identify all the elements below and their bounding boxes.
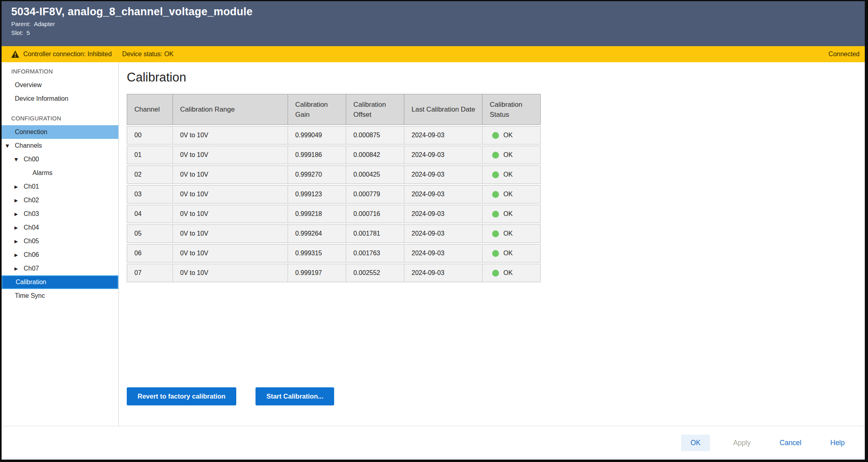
cancel-button[interactable]: Cancel xyxy=(774,435,807,451)
status-text: OK xyxy=(503,132,513,139)
cell-date: 2024-09-03 xyxy=(404,146,483,164)
header-cell-calibration-range: Calibration Range xyxy=(173,94,288,124)
status-ok-icon xyxy=(492,152,499,159)
chevron-expanded-icon[interactable]: ▼ xyxy=(6,143,15,149)
sidebar-item-ch07[interactable]: ▶Ch07 xyxy=(2,262,118,275)
chevron-expanded-icon[interactable]: ▼ xyxy=(14,157,24,162)
cell-gain: 0.999186 xyxy=(288,146,346,164)
table-header-row: ChannelCalibration RangeCalibration Gain… xyxy=(127,94,541,125)
sidebar-item-ch06[interactable]: ▶Ch06 xyxy=(2,248,118,262)
status-text: OK xyxy=(503,171,513,178)
cell-date: 2024-09-03 xyxy=(404,264,483,282)
status-ok-icon xyxy=(492,191,499,198)
status-text: OK xyxy=(503,269,513,277)
cell-range: 0V to 10V xyxy=(173,264,288,282)
slot-value: 5 xyxy=(26,29,30,36)
parent-label: Parent: xyxy=(11,20,30,27)
cell-range: 0V to 10V xyxy=(173,205,288,223)
cell-channel: 03 xyxy=(127,185,173,203)
sidebar-section-label: CONFIGURATION xyxy=(11,115,61,122)
cell-range: 0V to 10V xyxy=(173,225,288,242)
cell-offset: 0.000716 xyxy=(346,205,404,223)
main-content: Calibration ChannelCalibration RangeCali… xyxy=(119,62,865,426)
cell-date: 2024-09-03 xyxy=(404,126,483,144)
chevron-collapsed-icon[interactable]: ▶ xyxy=(14,239,24,244)
header-cell-calibration-offset: Calibration Offset xyxy=(346,94,404,124)
sidebar-item-calibration[interactable]: Calibration xyxy=(2,275,118,289)
cell-status: OK xyxy=(483,146,539,164)
cell-status: OK xyxy=(483,185,539,203)
table-row-channel-02: 020V to 10V0.9992700.0004252024-09-03OK xyxy=(127,165,541,184)
cell-date: 2024-09-03 xyxy=(404,185,483,203)
cell-gain: 0.999218 xyxy=(288,205,346,223)
status-ok-icon xyxy=(492,270,499,277)
start-calibration-button[interactable]: Start Calibration... xyxy=(256,387,334,405)
cell-date: 2024-09-03 xyxy=(404,225,483,242)
chevron-collapsed-icon[interactable]: ▶ xyxy=(14,184,24,189)
status-text: OK xyxy=(503,191,513,198)
sidebar-section-information: INFORMATION xyxy=(2,65,118,78)
cell-status: OK xyxy=(483,264,539,282)
sidebar-item-label: Ch02 xyxy=(24,197,39,204)
cell-range: 0V to 10V xyxy=(173,126,288,144)
chevron-collapsed-icon[interactable]: ▶ xyxy=(14,252,24,258)
table-row-channel-03: 030V to 10V0.9991230.0007792024-09-03OK xyxy=(127,185,541,204)
sidebar-item-overview[interactable]: Overview xyxy=(2,78,118,92)
sidebar-item-channels[interactable]: ▼Channels xyxy=(2,139,118,153)
status-text: OK xyxy=(503,230,513,237)
sidebar-item-label: Ch00 xyxy=(24,156,39,163)
cell-channel: 05 xyxy=(127,225,173,242)
sidebar-item-time-sync[interactable]: Time Sync xyxy=(2,289,118,303)
sidebar-item-alarms[interactable]: Alarms xyxy=(2,166,118,180)
sidebar-item-device-information[interactable]: Device Information xyxy=(2,92,118,106)
sidebar-item-ch02[interactable]: ▶Ch02 xyxy=(2,193,118,207)
sidebar-item-ch00[interactable]: ▼Ch00 xyxy=(2,153,118,166)
status-ok-icon xyxy=(492,250,499,257)
chevron-collapsed-icon[interactable]: ▶ xyxy=(14,266,24,271)
sidebar-item-label: Alarms xyxy=(32,169,53,177)
header-cell-calibration-status: Calibration Status xyxy=(483,94,539,124)
cell-channel: 00 xyxy=(127,126,173,144)
cell-offset: 0.000842 xyxy=(346,146,404,164)
dialog-button-bar: OK Apply Cancel Help xyxy=(2,426,865,460)
sidebar-item-ch01[interactable]: ▶Ch01 xyxy=(2,180,118,193)
sidebar-item-label: Calibration xyxy=(16,279,46,286)
sidebar-item-label: Connection xyxy=(15,128,47,136)
status-ok-icon xyxy=(492,171,499,178)
chevron-collapsed-icon[interactable]: ▶ xyxy=(14,225,24,230)
help-button[interactable]: Help xyxy=(825,435,850,451)
cell-offset: 0.001781 xyxy=(346,225,404,242)
cell-offset: 0.000779 xyxy=(346,185,404,203)
table-body: 000V to 10V0.9990490.0008752024-09-03OK0… xyxy=(127,126,541,282)
sidebar-item-label: Ch05 xyxy=(24,238,39,245)
apply-button[interactable]: Apply xyxy=(728,435,756,451)
status-text: OK xyxy=(503,210,513,218)
cell-gain: 0.999315 xyxy=(288,244,346,262)
cell-status: OK xyxy=(483,244,539,262)
ok-button[interactable]: OK xyxy=(681,435,710,451)
sidebar-item-label: Ch06 xyxy=(24,251,39,258)
cell-gain: 0.999270 xyxy=(288,166,346,183)
cell-range: 0V to 10V xyxy=(173,166,288,183)
sidebar-item-connection[interactable]: Connection xyxy=(2,125,118,139)
sidebar-item-label: Ch04 xyxy=(24,224,39,231)
sidebar-item-label: Ch07 xyxy=(24,265,39,272)
sidebar-item-ch04[interactable]: ▶Ch04 xyxy=(2,221,118,234)
sidebar-item-label: Ch01 xyxy=(24,183,39,190)
sidebar-item-ch05[interactable]: ▶Ch05 xyxy=(2,234,118,248)
chevron-collapsed-icon[interactable]: ▶ xyxy=(14,198,24,203)
sidebar-item-ch03[interactable]: ▶Ch03 xyxy=(2,207,118,221)
cell-channel: 07 xyxy=(127,264,173,282)
module-header: 5034-IF8V, analog_8_channel_voltage_modu… xyxy=(2,1,865,46)
cell-gain: 0.999049 xyxy=(288,126,346,144)
sidebar-item-label: Channels xyxy=(15,142,42,149)
table-row-channel-00: 000V to 10V0.9990490.0008752024-09-03OK xyxy=(127,126,541,145)
cell-date: 2024-09-03 xyxy=(404,205,483,223)
cell-offset: 0.000875 xyxy=(346,126,404,144)
navigation-sidebar: INFORMATIONOverviewDevice InformationCON… xyxy=(2,62,119,426)
revert-to-factory-calibration-button[interactable]: Revert to factory calibration xyxy=(127,387,236,405)
cell-channel: 04 xyxy=(127,205,173,223)
slot-label: Slot: xyxy=(11,29,23,36)
sidebar-item-label: Overview xyxy=(15,81,42,89)
chevron-collapsed-icon[interactable]: ▶ xyxy=(14,212,24,217)
